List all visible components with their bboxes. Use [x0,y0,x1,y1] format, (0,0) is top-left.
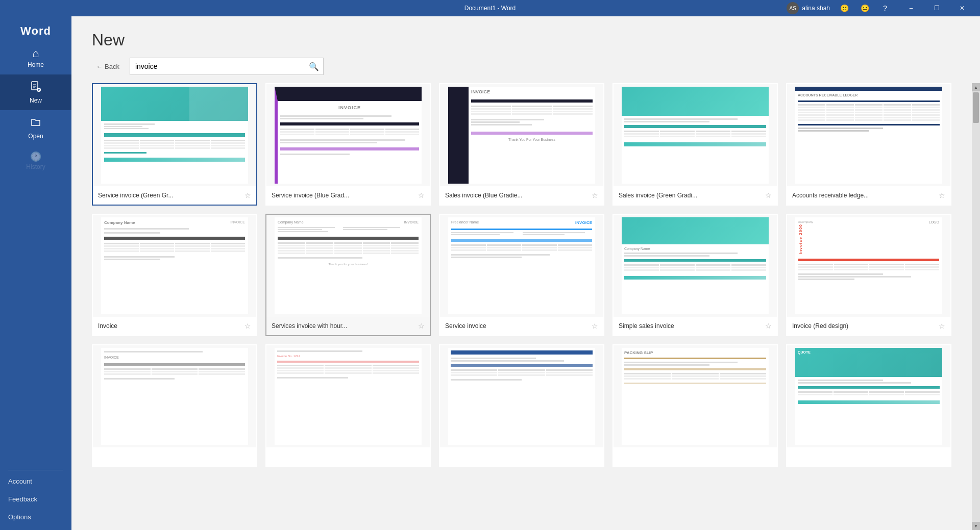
template-card[interactable]: PACKING SLIP [612,344,778,467]
help-icon[interactable]: ? [879,2,891,14]
template-label [266,447,430,466]
template-name: Services invoice with hour... [272,322,418,330]
sidebar-home-label: Home [28,61,44,68]
star-icon[interactable]: ☆ [418,322,425,330]
template-thumb: INVOICE Tha [440,84,603,186]
template-name: Service invoice (Blue Grad... [272,192,418,199]
star-icon[interactable]: ☆ [939,322,945,330]
search-button[interactable]: 🔍 [305,58,323,74]
template-thumb: PACKING SLIP [614,345,777,447]
template-label: Sales invoice (Blue Gradie... ☆ [440,186,603,205]
template-card[interactable]: Freelancer Name INVOICE [439,214,604,336]
template-thumb: INVOICE [93,345,256,447]
template-card[interactable]: Company Name INVOICE [265,214,431,336]
scroll-up-button[interactable]: ▲ [972,83,980,91]
template-label [440,447,603,466]
template-label: Simple sales invoice ☆ [614,317,777,335]
main-header: New [71,16,980,58]
template-thumb [614,84,777,186]
restore-button[interactable]: ❐ [925,0,948,16]
sidebar-new-label: New [30,97,42,104]
template-card[interactable]: Company Name INVOICE [92,214,257,336]
template-card[interactable]: ACCOUNTS RECEIVABLE LEDGER [786,83,951,206]
star-icon[interactable]: ☆ [765,191,772,199]
app-logo: Word [0,16,71,42]
home-icon: ⌂ [32,48,39,59]
template-card[interactable]: INVOICE Tha [439,83,604,206]
template-card[interactable]: Sales invoice (Green Gradi... ☆ [612,83,778,206]
templates-area: Service invoice (Green Gr... ☆ INVOICE [71,83,980,530]
star-icon[interactable]: ☆ [939,191,945,199]
username: alina shah [802,5,830,12]
template-card[interactable]: Service invoice (Green Gr... ☆ [92,83,257,206]
template-name: Invoice [98,322,244,330]
history-icon: 🕐 [30,152,41,161]
star-icon[interactable]: ☆ [244,322,251,330]
template-card[interactable]: Company Name [612,214,778,336]
smiley-icon[interactable]: 🙂 [838,2,850,14]
svg-rect-0 [32,82,38,90]
template-card[interactable] [439,344,604,467]
title-bar: Document1 - Word AS alina shah 🙂 😐 ? – ❐… [0,0,980,16]
back-button[interactable]: ← Back [92,61,124,72]
sidebar-item-history[interactable]: 🕐 History [0,146,71,176]
template-label: Sales invoice (Green Gradi... ☆ [614,186,777,205]
main-content: New ← Back 🔍 [71,16,980,530]
template-name: Service invoice [445,322,592,330]
new-icon [30,81,42,95]
template-name: Sales invoice (Blue Gradie... [445,192,592,199]
template-name: Sales invoice (Green Gradi... [619,192,765,199]
scrollbar-thumb[interactable] [973,92,979,123]
search-bar: ← Back 🔍 [71,58,980,83]
template-card[interactable]: INVOICE [92,344,257,467]
template-name: Invoice (Red design) [792,322,939,330]
user-info[interactable]: AS alina shah [787,2,830,14]
star-icon[interactable]: ☆ [592,322,598,330]
template-thumb: QUOTE [787,345,950,447]
sidebar-item-feedback[interactable]: Feedback [0,490,71,508]
template-card[interactable]: QUOTE [786,344,951,467]
template-name: Service invoice (Green Gr... [98,192,244,199]
template-card[interactable]: INVOICE [265,83,431,206]
close-button[interactable]: ✕ [950,0,974,16]
sidebar-item-account[interactable]: Account [0,472,71,490]
template-name: Accounts receivable ledge... [792,192,939,199]
template-thumb: Company Name INVOICE [266,215,430,317]
template-label [614,447,777,466]
scrollbar[interactable]: ▲ ▼ [972,83,980,530]
template-label [93,447,256,466]
template-card[interactable]: eCompany Invoice 2000 LOGO [786,214,951,336]
templates-grid: Service invoice (Green Gr... ☆ INVOICE [92,83,951,467]
star-icon[interactable]: ☆ [765,322,772,330]
template-thumb: Freelancer Name INVOICE [440,215,603,317]
scroll-down-button[interactable]: ▼ [972,522,980,530]
template-label: Services invoice with hour... ☆ [266,317,430,335]
sidebar-item-options[interactable]: Options [0,508,71,526]
neutral-icon[interactable]: 😐 [859,2,871,14]
sidebar-open-label: Open [28,133,43,140]
minimize-button[interactable]: – [899,0,923,16]
template-card[interactable]: Invoice No. 1234 [265,344,431,467]
template-thumb: Company Name INVOICE [93,215,256,317]
open-icon [30,116,42,131]
template-thumb [440,345,603,447]
template-label: Invoice ☆ [93,317,256,335]
templates-scroll[interactable]: Service invoice (Green Gr... ☆ INVOICE [71,83,972,530]
avatar: AS [787,2,799,14]
search-input[interactable] [130,59,305,73]
template-thumb: Company Name [614,215,777,317]
template-thumb: Invoice No. 1234 [266,345,430,447]
template-thumb: ACCOUNTS RECEIVABLE LEDGER [787,84,950,186]
sidebar-bottom: Account Feedback Options [0,472,71,530]
star-icon[interactable]: ☆ [592,191,598,199]
star-icon[interactable]: ☆ [418,191,425,199]
template-label: Service invoice (Green Gr... ☆ [93,186,256,205]
template-label: Service invoice ☆ [440,317,603,335]
sidebar-item-open[interactable]: Open [0,110,71,146]
sidebar-item-new[interactable]: New [0,74,71,110]
search-icon: 🔍 [309,62,319,71]
title-bar-right: AS alina shah 🙂 😐 ? – ❐ ✕ [787,0,974,16]
star-icon[interactable]: ☆ [244,191,251,199]
sidebar-item-home[interactable]: ⌂ Home [0,42,71,74]
template-label: Invoice (Red design) ☆ [787,317,950,335]
